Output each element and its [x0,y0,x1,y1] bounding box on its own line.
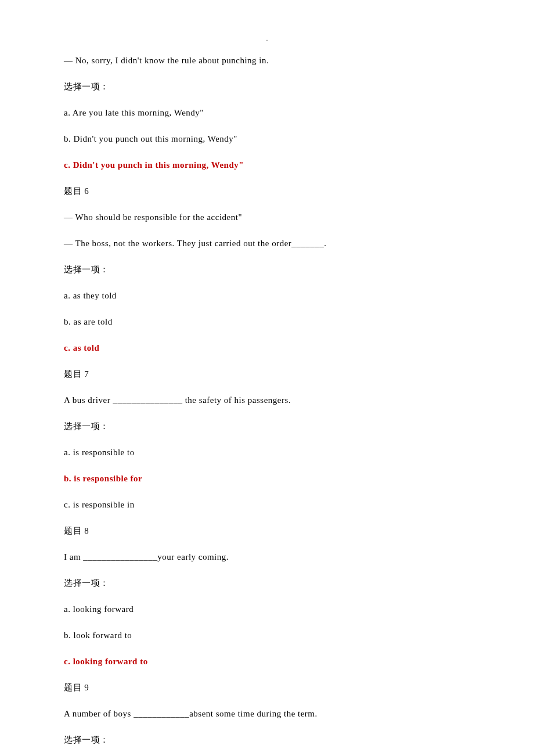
text-line: a. Are you late this morning, Wendy" [64,107,470,119]
text-line: 题目 6 [64,185,470,197]
text-line: A bus driver _______________ the safety … [64,394,470,406]
text-line: b. Didn't you punch out this morning, We… [64,133,470,145]
answer-line: c. as told [64,342,470,354]
text-line: — Who should be responsible for the acci… [64,211,470,224]
text-line: 选择一项： [64,734,470,746]
text-line: I am ________________your early coming. [64,551,470,563]
text-line: 题目 9 [64,682,470,694]
text-line: A number of boys ____________absent some… [64,708,470,720]
answer-line: c. Didn't you punch in this morning, Wen… [64,159,470,171]
text-line: — No, sorry, I didn't know the rule abou… [64,55,470,67]
header-mark: . [64,35,470,43]
text-line: a. looking forward [64,603,470,615]
text-line: — The boss, not the workers. They just c… [64,237,470,250]
text-line: 选择一项： [64,577,470,589]
text-line: 选择一项： [64,264,470,276]
text-line: 选择一项： [64,81,470,93]
text-line: b. look forward to [64,629,470,642]
text-line: 选择一项： [64,420,470,433]
text-line: c. is responsible in [64,499,470,511]
text-line: 题目 8 [64,525,470,537]
answer-line: c. looking forward to [64,656,470,668]
text-line: b. as are told [64,316,470,328]
document-body: — No, sorry, I didn't know the rule abou… [64,55,470,756]
text-line: a. as they told [64,290,470,302]
text-line: a. is responsible to [64,447,470,459]
text-line: 题目 7 [64,368,470,380]
answer-line: b. is responsible for [64,473,470,485]
